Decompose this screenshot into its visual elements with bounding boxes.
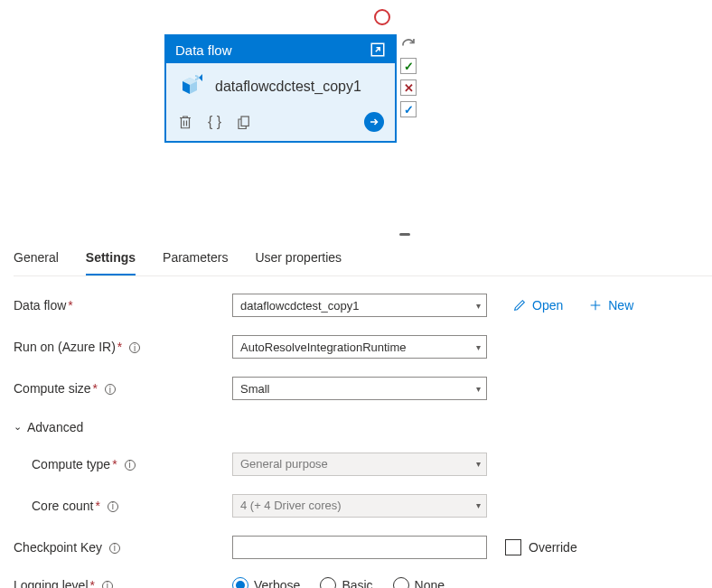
- info-icon[interactable]: i: [129, 342, 140, 353]
- row-run-on: Run on (Azure IR)* i AutoResolveIntegrat…: [14, 335, 698, 359]
- label-compute-size: Compute size* i: [14, 381, 232, 396]
- new-button[interactable]: New: [588, 298, 633, 313]
- status-pending-icon[interactable]: ✓: [400, 101, 417, 117]
- activity-name: dataflowcdctest_copy1: [215, 78, 361, 96]
- override-checkbox[interactable]: Override: [505, 539, 577, 555]
- plus-icon: [588, 298, 603, 313]
- expand-icon[interactable]: [370, 42, 386, 58]
- dataflow-select[interactable]: dataflowcdctest_copy1 ▾: [232, 294, 487, 317]
- chevron-down-icon: ▾: [476, 342, 481, 352]
- chevron-down-icon: ⌄: [14, 421, 22, 433]
- tab-user-properties[interactable]: User properties: [255, 245, 342, 275]
- chevron-down-icon: ▾: [476, 459, 481, 469]
- tab-general[interactable]: General: [14, 245, 59, 275]
- activity-type-label: Data flow: [175, 42, 232, 58]
- checkbox-box: [505, 539, 521, 555]
- info-icon[interactable]: i: [109, 543, 120, 554]
- compute-size-select[interactable]: Small ▾: [232, 377, 487, 400]
- logging-level-radios: Verbose Basic None: [232, 577, 445, 589]
- radio-basic[interactable]: Basic: [320, 577, 372, 589]
- label-compute-type: Compute type* i: [14, 457, 232, 471]
- activity-card-header: Data flow: [166, 36, 395, 63]
- row-compute-size: Compute size* i Small ▾: [14, 377, 698, 400]
- activity-card-footer: { }: [166, 107, 395, 141]
- compute-type-select: General purpose ▾: [232, 453, 487, 476]
- activity-card-area: Data flow dataflowcdctest_copy1: [164, 34, 417, 143]
- label-core-count: Core count* i: [14, 499, 232, 513]
- dataflow-cube-icon: [177, 72, 206, 101]
- chevron-down-icon: ▾: [476, 500, 481, 510]
- arrow-right-icon[interactable]: [364, 112, 384, 132]
- row-compute-type: Compute type* i General purpose ▾: [14, 453, 698, 476]
- info-icon[interactable]: i: [125, 460, 136, 471]
- chevron-down-icon: ▾: [476, 384, 481, 394]
- redo-curved-icon[interactable]: [400, 36, 417, 52]
- row-logging-level: Logging level* i Verbose Basic None: [14, 577, 698, 589]
- copy-page-icon[interactable]: [236, 114, 252, 130]
- advanced-toggle[interactable]: ⌄ Advanced: [14, 420, 83, 434]
- settings-form: Data flow* dataflowcdctest_copy1 ▾ Open …: [14, 294, 698, 588]
- activity-card-body: dataflowcdctest_copy1: [166, 63, 395, 107]
- braces-icon[interactable]: { }: [208, 114, 221, 130]
- activity-status-column: ✓ ✕ ✓: [400, 34, 417, 117]
- status-failure-icon[interactable]: ✕: [400, 79, 417, 96]
- settings-tabs: General Settings Parameters User propert…: [14, 245, 712, 276]
- info-icon[interactable]: i: [105, 384, 116, 395]
- svg-rect-1: [241, 117, 248, 126]
- dataflow-activity-card[interactable]: Data flow dataflowcdctest_copy1: [164, 34, 397, 143]
- trash-icon[interactable]: [177, 114, 193, 130]
- radio-verbose[interactable]: Verbose: [232, 577, 300, 589]
- row-core-count: Core count* i 4 (+ 4 Driver cores) ▾: [14, 494, 698, 518]
- chevron-down-icon: ▾: [476, 301, 481, 311]
- core-count-select: 4 (+ 4 Driver cores) ▾: [232, 494, 487, 518]
- label-logging-level: Logging level* i: [14, 578, 232, 589]
- label-dataflow: Data flow*: [14, 298, 232, 313]
- row-checkpoint-key: Checkpoint Key i Override: [14, 536, 698, 559]
- annotation-red-circle: [374, 9, 390, 25]
- pencil-icon: [512, 298, 527, 313]
- info-icon[interactable]: i: [108, 501, 118, 512]
- row-dataflow: Data flow* dataflowcdctest_copy1 ▾ Open …: [14, 294, 698, 317]
- info-icon[interactable]: i: [102, 581, 113, 588]
- label-checkpoint-key: Checkpoint Key i: [14, 540, 232, 555]
- tab-parameters[interactable]: Parameters: [163, 245, 228, 275]
- run-on-select[interactable]: AutoResolveIntegrationRuntime ▾: [232, 335, 487, 359]
- panel-drag-handle[interactable]: [399, 233, 410, 236]
- checkpoint-key-input[interactable]: [232, 536, 487, 559]
- status-success-icon[interactable]: ✓: [400, 58, 417, 74]
- tab-settings[interactable]: Settings: [86, 245, 136, 275]
- radio-none[interactable]: None: [393, 577, 445, 589]
- open-button[interactable]: Open: [512, 298, 563, 313]
- label-run-on: Run on (Azure IR)* i: [14, 340, 232, 354]
- required-asterisk: *: [68, 298, 72, 313]
